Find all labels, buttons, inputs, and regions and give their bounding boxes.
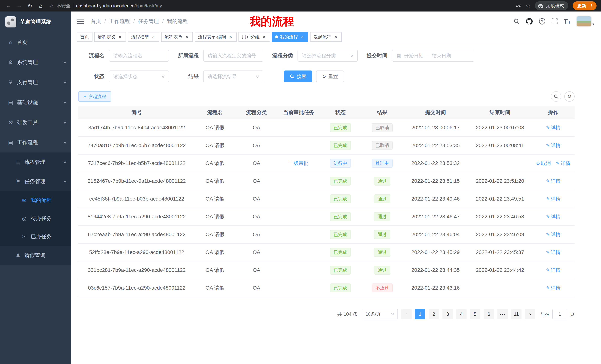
font-size-icon[interactable]: TT [564, 18, 571, 25]
detail-action[interactable]: ✎详情 [546, 285, 561, 291]
reload-icon[interactable]: ↻ [25, 1, 35, 10]
page-size-select[interactable]: 10条/页 ∨ [362, 309, 398, 319]
search-icon[interactable] [513, 18, 520, 25]
fullscreen-icon[interactable] [551, 18, 558, 24]
page-button[interactable]: 2 [429, 309, 439, 319]
close-icon[interactable]: × [151, 34, 156, 39]
cell-process-name: OA 请假 [195, 190, 235, 208]
category-select[interactable]: 请选择流程分类 ∨ [298, 50, 358, 62]
sidebar-item[interactable]: ◎ 待办任务 [0, 209, 71, 228]
view-tab[interactable]: 首页 [77, 32, 92, 42]
close-icon[interactable]: × [228, 34, 233, 39]
sidebar-item[interactable]: ⌂ 首页 [0, 32, 71, 52]
cell-status: 已完成 [320, 136, 361, 154]
breadcrumb-link[interactable]: 首页 [91, 18, 101, 25]
view-tab[interactable]: 用户分组 × [239, 32, 270, 42]
cancel-action[interactable]: ⊘取消 [536, 160, 551, 167]
page-button[interactable]: ··· [497, 309, 508, 319]
close-icon[interactable]: × [300, 34, 305, 39]
menu-item-label: 系统管理 [17, 59, 60, 66]
cell-id: 67c2eaab-7b9a-11ec-a290-acde48001122 [78, 226, 195, 243]
table-header-cell: 状态 [320, 106, 361, 119]
app-title: 芋道管理系统 [20, 18, 51, 25]
cell-category: OA [235, 243, 278, 261]
close-icon[interactable]: × [184, 34, 190, 39]
create-process-button[interactable]: + 发起流程 [78, 91, 111, 102]
search-button[interactable]: 搜索 [284, 70, 312, 82]
table-row: 331bc281-7b9a-11ec-a290-acde48001122 OA … [78, 261, 575, 279]
sidebar-item[interactable]: ⚑ 任务管理 ∧ [0, 172, 71, 191]
cell-actions: ✎详情 [532, 119, 575, 136]
home-icon[interactable]: ⌂ [36, 1, 45, 10]
security-label[interactable]: 不安全 [56, 3, 70, 9]
help-icon[interactable]: ? [539, 18, 545, 25]
reset-button[interactable]: ↻ 重置 [316, 70, 344, 82]
process-def-input[interactable] [203, 50, 263, 62]
view-tab[interactable]: 流程模型 × [128, 32, 159, 42]
detail-action[interactable]: ✎详情 [546, 125, 561, 131]
next-page-button[interactable]: › [525, 309, 535, 319]
sidebar-item[interactable]: ✉ 我的流程 [0, 191, 71, 209]
refresh-table-button[interactable]: ↻ [564, 91, 575, 102]
detail-action[interactable]: ✎详情 [546, 142, 561, 149]
search-icon [290, 74, 295, 79]
sidebar-item[interactable]: ≣ 流程管理 ∨ [0, 153, 71, 172]
close-icon[interactable]: × [261, 34, 267, 39]
back-icon[interactable]: ← [4, 1, 13, 10]
view-tab[interactable]: 发起流程 × [310, 32, 342, 42]
status-select[interactable]: 请选择状态 ∨ [109, 70, 169, 82]
detail-action[interactable]: ✎详情 [546, 267, 561, 273]
sidebar-item[interactable]: ⚙ 系统管理 ∨ [0, 52, 71, 72]
page-button[interactable]: 11 [511, 309, 521, 319]
toggle-search-button[interactable] [551, 91, 561, 102]
close-icon[interactable]: × [333, 34, 338, 39]
detail-action[interactable]: ✎详情 [546, 249, 561, 256]
sidebar-item[interactable]: ▣ 工作流程 ∧ [0, 133, 71, 153]
sidebar-logo[interactable]: 芋道管理系统 [0, 11, 71, 32]
bookmark-star-icon[interactable]: ☆ [526, 3, 531, 9]
page-button[interactable]: 3 [442, 309, 453, 319]
sidebar-item[interactable]: ♟ 请假查询 [0, 246, 71, 265]
view-tab[interactable]: 流程表单-编辑 × [195, 32, 237, 42]
forward-icon[interactable]: → [14, 1, 24, 10]
current-task-link[interactable]: 一级审批 [289, 160, 308, 167]
breadcrumb-link[interactable]: 我的流程 [167, 18, 188, 25]
hamburger-icon[interactable] [77, 19, 84, 24]
detail-action[interactable]: ✎详情 [546, 213, 561, 220]
detail-action[interactable]: ✎详情 [546, 178, 561, 184]
view-tab[interactable]: 我的流程 × [272, 32, 308, 42]
breadcrumb-link[interactable]: 任务管理 [138, 18, 159, 25]
key-icon[interactable] [515, 3, 521, 9]
close-icon[interactable]: × [117, 34, 123, 39]
sidebar-item[interactable]: ✂ 已办任务 [0, 228, 71, 246]
page-button[interactable]: 4 [456, 309, 467, 319]
sidebar-item[interactable]: ⚒ 研发工具 ∨ [0, 112, 71, 133]
user-avatar[interactable]: ▾ [577, 16, 594, 26]
page-button[interactable]: 6 [484, 309, 494, 319]
detail-action[interactable]: ✎详情 [546, 196, 561, 202]
sidebar-item[interactable]: ▤ 基础设施 ∨ [0, 92, 71, 112]
process-def-label: 所属流程 [178, 52, 199, 59]
url-text[interactable]: dashboard.yudao.iocoder.cn/bpm/task/my [76, 3, 162, 9]
update-button[interactable]: 更新 ⋮ [573, 1, 597, 10]
breadcrumb-link[interactable]: 工作流程 [109, 18, 130, 25]
date-range-picker[interactable]: ▦ 开始日期 - 结束日期 [392, 50, 474, 62]
page-button[interactable]: 1 [415, 309, 425, 319]
address-bar[interactable]: ⚠ 不安全 dashboard.yudao.iocoder.cn/bpm/tas… [47, 3, 514, 9]
result-select[interactable]: 请选择流结果 ∨ [203, 70, 263, 82]
cell-result: 不通过 [361, 279, 403, 297]
cell-submit-time: 2022-01-22 23:53:35 [403, 136, 468, 154]
goto-page-input[interactable] [552, 309, 567, 319]
sidebar-item[interactable]: ¥ 支付管理 ∨ [0, 72, 71, 92]
cell-actions: ✎详情 [532, 226, 575, 243]
view-tab[interactable]: 流程表单 × [161, 32, 193, 42]
browser-menu-icon[interactable]: ⋮ [589, 3, 594, 8]
process-name-input[interactable] [109, 50, 169, 62]
github-icon[interactable] [526, 18, 533, 25]
detail-action[interactable]: ✎详情 [556, 160, 570, 167]
detail-action[interactable]: ✎详情 [546, 231, 561, 238]
view-tab[interactable]: 流程定义 × [94, 32, 126, 42]
page-button[interactable]: 5 [470, 309, 480, 319]
prev-page-button[interactable]: ‹ [401, 309, 411, 319]
cell-status: 已完成 [320, 226, 361, 243]
